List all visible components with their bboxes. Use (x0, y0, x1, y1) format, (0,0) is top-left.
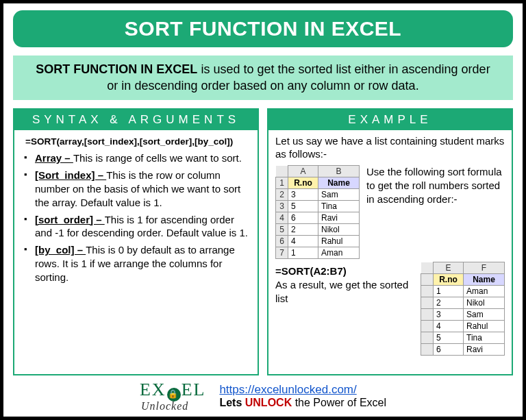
example-use-text: Use the following sort formula to get th… (366, 165, 505, 206)
syntax-panel: SYNTAX & ARGUMENTS =SORT(array,[sort_ind… (13, 108, 259, 375)
logo-main: EX🔒EL (140, 380, 205, 400)
example-result-text: As a result, we get the sorted list (275, 278, 414, 306)
syntax-formula: =SORT(array,[sort_index],[sort_order],[b… (25, 136, 251, 148)
syntax-body: =SORT(array,[sort_index],[sort_order],[b… (14, 130, 258, 374)
footer-link[interactable]: https://excelunlocked.com/ (219, 383, 356, 396)
input-table: AB 1R.noName 23Sam 35Tina 46Ravi 52Nikol… (275, 165, 360, 259)
example-panel: EXAMPLE Let us say we have a list contai… (267, 108, 513, 375)
example-body: Let us say we have a list containing stu… (268, 130, 512, 374)
example-row-top: AB 1R.noName 23Sam 35Tina 46Ravi 52Nikol… (275, 165, 505, 259)
syntax-header: SYNTAX & ARGUMENTS (14, 110, 258, 130)
list-item: [Sort_index] – This is the row or column… (24, 169, 251, 209)
logo: EX🔒EL Unlocked (140, 380, 205, 412)
list-item: [by_col] – This is 0 by default as to ar… (24, 243, 251, 284)
example-formula: =SORT(A2:B7) (275, 264, 414, 278)
list-item: Array – This is range of cells we want t… (24, 151, 251, 165)
footer: EX🔒EL Unlocked https://excelunlocked.com… (13, 375, 513, 412)
lock-icon: 🔒 (167, 388, 181, 402)
page-title: SORT FUNCTION IN EXCEL (13, 10, 513, 47)
example-intro: Let us say we have a list containing stu… (275, 134, 505, 162)
description-banner: SORT FUNCTION IN EXCEL is used to get th… (13, 55, 513, 100)
description-strong: SORT FUNCTION IN EXCEL (36, 62, 197, 76)
main-columns: SYNTAX & ARGUMENTS =SORT(array,[sort_ind… (13, 108, 513, 375)
list-item: [sort_order] – This is 1 for ascending o… (24, 213, 251, 240)
logo-sub: Unlocked (141, 400, 205, 412)
tagline: Lets UNLOCK the Power of Excel (219, 397, 386, 409)
example-header: EXAMPLE (268, 110, 512, 130)
footer-right: https://excelunlocked.com/ Lets UNLOCK t… (219, 383, 386, 409)
output-table: EF R.noName 1Aman 2Nikol 3Sam 4Rahul 5Ti… (421, 262, 505, 356)
example-row-bottom: =SORT(A2:B7) As a result, we get the sor… (275, 262, 505, 356)
argument-list: Array – This is range of cells we want t… (21, 151, 251, 284)
